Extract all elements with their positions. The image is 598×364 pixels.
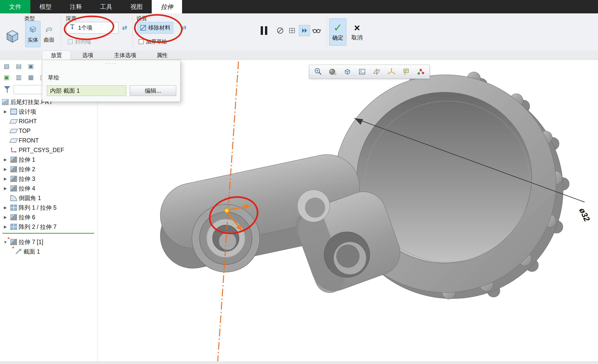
extrude-icon — [10, 185, 17, 191]
named-views-icon[interactable] — [340, 66, 355, 78]
pause-button[interactable] — [258, 25, 270, 36]
cancel-button[interactable]: × 取消 — [348, 18, 366, 46]
menu-tab-tools[interactable]: 工具 — [91, 0, 121, 13]
flip-material-side-button[interactable]: ⇄ — [179, 23, 189, 33]
expand-arrow-icon[interactable]: ▶ — [2, 225, 9, 229]
solid-cube-icon — [29, 25, 37, 35]
menu-tab-view[interactable]: 视图 — [121, 0, 152, 13]
view-graph-icon[interactable] — [413, 66, 428, 78]
menubar: 文件 模型 注释 工具 视图 拉伸 — [0, 0, 598, 13]
tree-item-label: 拉伸 3 — [19, 175, 35, 183]
menu-tab-file[interactable]: 文件 — [0, 0, 30, 13]
tree-item-csys[interactable]: PRT_CSYS_DEF — [0, 145, 97, 155]
tree-item-extrude-2[interactable]: ▶ 拉伸 2 — [0, 164, 97, 174]
tab-body-options[interactable]: 主体选项 — [105, 51, 146, 60]
part-geometry[interactable] — [154, 72, 569, 299]
display-style-icon[interactable] — [355, 66, 369, 78]
extrude-dashboard: 类型 实体 曲面 深度 1个项 ⇄ 封闭端 设置 移除材料 ⇄ 加厚草绘 — [0, 13, 598, 51]
tree-columns-icon[interactable]: ▥ — [14, 73, 23, 82]
tree-item-label: FRONT — [19, 137, 39, 144]
shaded-view-icon[interactable] — [325, 66, 340, 78]
capped-ends-label: 封闭端 — [75, 38, 91, 45]
group-separator — [132, 16, 133, 47]
tree-list-icon[interactable]: ▤ — [14, 62, 23, 70]
tree-item-design-items[interactable]: ▶ 设计项 — [0, 107, 97, 116]
remove-material-icon — [140, 25, 146, 31]
tree-item-right-plane[interactable]: RIGHT — [0, 116, 97, 126]
expand-arrow-icon[interactable]: ▶ — [2, 205, 9, 210]
expand-arrow-icon[interactable]: ▶ — [2, 186, 9, 191]
annotation-display-icon[interactable] — [399, 66, 413, 78]
extrude-feature-icon — [4, 28, 21, 46]
expand-arrow-icon[interactable]: ▶ — [2, 215, 9, 220]
depth-option-dropdown[interactable]: 1个项 — [66, 22, 118, 34]
model-tree: 后尾灯挂架.PRT ▶ 设计项 RIGHT TOP FRONT — [0, 97, 97, 256]
tree-item-extrude-6[interactable]: ▶ 拉伸 6 — [0, 212, 97, 222]
spin-center-icon[interactable] — [384, 66, 399, 78]
horizontal-scrollbar[interactable] — [0, 361, 598, 364]
tree-item-label: 拉伸 6 — [19, 213, 35, 221]
remove-material-toggle[interactable]: 移除材料 — [138, 22, 173, 34]
extrude-icon — [10, 176, 17, 182]
filter-icon[interactable] — [4, 86, 11, 94]
dashboard-tab-row: 放置 选项 主体选项 属性 — [0, 51, 598, 60]
tree-item-label: 截面 1 — [24, 248, 40, 256]
edit-sketch-button[interactable]: 编辑... — [130, 85, 176, 96]
part-icon — [2, 99, 9, 105]
graphics-area[interactable]: ø32 — [97, 60, 598, 362]
surface-icon — [45, 25, 53, 35]
tree-item-label: 拉伸 7 [1] — [19, 238, 43, 246]
verify-feature-button[interactable] — [287, 25, 298, 36]
favorites-icon[interactable]: ▣ — [26, 62, 35, 70]
tab-placement[interactable]: 放置 — [42, 51, 71, 60]
modified-marker: * — [8, 236, 10, 242]
tree-item-label: TOP — [19, 128, 31, 134]
tree-item-front-plane[interactable]: FRONT — [0, 136, 97, 145]
expand-arrow-icon[interactable]: ▶ — [2, 109, 9, 114]
tree-item-extrude-7-active[interactable]: ▼ * 拉伸 7 [1] — [0, 237, 97, 247]
tab-options[interactable]: 选项 — [75, 51, 101, 60]
sketch-collector-field[interactable]: 内部 截面 1 — [47, 85, 126, 96]
insertion-locator[interactable] — [3, 233, 94, 234]
solid-button[interactable]: 实体 — [25, 21, 40, 47]
tree-item-pattern-2[interactable]: ▶ 阵列 2 / 拉伸 7 — [0, 222, 97, 232]
surface-button[interactable]: 曲面 — [41, 21, 57, 47]
tree-item-label: RIGHT — [19, 118, 37, 125]
flip-depth-direction-button[interactable]: ⇄ — [120, 23, 129, 33]
datum-display-icon[interactable] — [369, 66, 384, 78]
tab-properties[interactable]: 属性 — [150, 51, 174, 60]
thicken-sketch-checkbox[interactable]: 加厚草绘 — [139, 38, 167, 45]
tree-item-round-1[interactable]: 倒圆角 1 — [0, 193, 97, 203]
expand-arrow-icon[interactable]: ▶ — [2, 177, 9, 181]
tree-cascade-icon[interactable]: ▧ — [2, 62, 11, 70]
menu-tab-extrude[interactable]: 拉伸 — [152, 0, 182, 13]
panel-drag-handle[interactable]: ···· — [105, 60, 117, 67]
show-tree-icon[interactable]: ▣ — [2, 73, 11, 82]
tree-item-extrude-1[interactable]: ▶ 拉伸 1 — [0, 155, 97, 164]
tree-item-pattern-1[interactable]: ▶ 阵列 1 / 拉伸 5 — [0, 203, 97, 212]
dimension-label[interactable]: ø32 — [578, 206, 592, 223]
ok-button[interactable]: ✓ 确定 — [329, 18, 346, 46]
preview-glasses-button[interactable] — [311, 25, 322, 36]
tree-item-top-plane[interactable]: TOP — [0, 126, 97, 136]
attached-preview-button[interactable] — [299, 25, 310, 36]
zoom-in-icon[interactable] — [311, 66, 325, 78]
menu-tab-model[interactable]: 模型 — [30, 0, 61, 13]
pattern-icon — [10, 224, 17, 230]
group-separator — [61, 16, 61, 47]
expand-arrow-icon[interactable]: ▶ — [2, 167, 9, 172]
modified-marker: * — [12, 246, 14, 251]
capped-ends-checkbox[interactable]: 封闭端 — [68, 38, 91, 45]
tree-item-extrude-3[interactable]: ▶ 拉伸 3 — [0, 174, 97, 184]
expand-arrow-icon[interactable]: ▶ — [2, 157, 9, 162]
creo-window: 文件 模型 注释 工具 视图 拉伸 类型 实体 曲面 深度 1个项 ⇄ 封闭端 — [0, 0, 598, 364]
placement-panel: ···· 草绘 内部 截面 1 编辑... — [42, 60, 181, 102]
no-preview-button[interactable] — [275, 25, 286, 36]
graphics-toolbar — [309, 65, 430, 79]
thicken-sketch-label: 加厚草绘 — [146, 38, 167, 45]
tree-item-section-1[interactable]: * 截面 1 — [0, 247, 97, 256]
tree-options-icon[interactable]: ▦ — [26, 73, 35, 82]
menu-tab-annotate[interactable]: 注释 — [61, 0, 91, 13]
tree-item-extrude-4[interactable]: ▶ 拉伸 4 — [0, 184, 97, 193]
checkbox-icon — [68, 39, 73, 44]
